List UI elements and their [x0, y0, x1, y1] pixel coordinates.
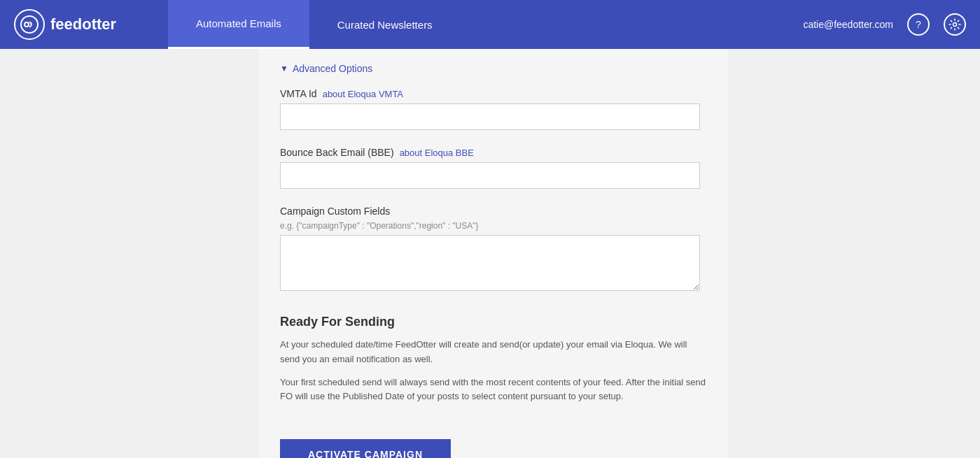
custom-fields-textarea[interactable]	[280, 235, 700, 291]
advanced-options-label: Advanced Options	[293, 63, 372, 74]
right-sidebar	[728, 49, 980, 458]
advanced-options-toggle[interactable]: ▼ Advanced Options	[280, 63, 707, 74]
logo-text: feedotter	[50, 15, 116, 34]
ready-text-1: At your scheduled date/time FeedOtter wi…	[280, 338, 707, 367]
user-email: catie@feedotter.com	[803, 19, 893, 30]
svg-point-2	[25, 23, 28, 26]
ready-section: Ready For Sending At your scheduled date…	[280, 315, 707, 404]
left-sidebar	[0, 49, 259, 458]
header-right: catie@feedotter.com ?	[803, 13, 966, 36]
nav-tab-curated-newsletters[interactable]: Curated Newsletters	[309, 0, 461, 49]
logo-icon	[14, 9, 45, 40]
activate-campaign-button[interactable]: ACTIVATE CAMPAIGN	[280, 439, 451, 458]
custom-fields-label: Campaign Custom Fields	[280, 206, 707, 217]
help-icon[interactable]: ?	[907, 13, 930, 36]
vmta-help-link[interactable]: about Eloqua VMTA	[323, 89, 403, 99]
ready-text-2: Your first scheduled send will always se…	[280, 375, 707, 405]
bbe-label: Bounce Back Email (BBE) about Eloqua BBE	[280, 147, 707, 158]
nav-tab-automated-emails[interactable]: Automated Emails	[168, 0, 309, 49]
settings-icon[interactable]	[944, 13, 966, 36]
custom-fields-hint: e.g. {"campaignType" : "Operations","reg…	[280, 221, 707, 231]
bbe-help-link[interactable]: about Eloqua BBE	[400, 148, 474, 158]
main-content: ▼ Advanced Options VMTA Id about Eloqua …	[0, 49, 980, 458]
ready-title: Ready For Sending	[280, 315, 707, 329]
bbe-input[interactable]	[280, 162, 700, 189]
chevron-down-icon: ▼	[280, 64, 288, 73]
logo-area: feedotter	[14, 9, 168, 40]
vmta-label: VMTA Id about Eloqua VMTA	[280, 88, 707, 99]
vmta-field-group: VMTA Id about Eloqua VMTA	[280, 88, 707, 130]
main-nav: Automated Emails Curated Newsletters	[168, 0, 461, 49]
svg-point-3	[953, 23, 957, 27]
content-area: ▼ Advanced Options VMTA Id about Eloqua …	[259, 49, 728, 458]
header: feedotter Automated Emails Curated Newsl…	[0, 0, 980, 49]
custom-fields-group: Campaign Custom Fields e.g. {"campaignTy…	[280, 206, 707, 294]
bbe-field-group: Bounce Back Email (BBE) about Eloqua BBE	[280, 147, 707, 189]
vmta-input[interactable]	[280, 103, 700, 130]
